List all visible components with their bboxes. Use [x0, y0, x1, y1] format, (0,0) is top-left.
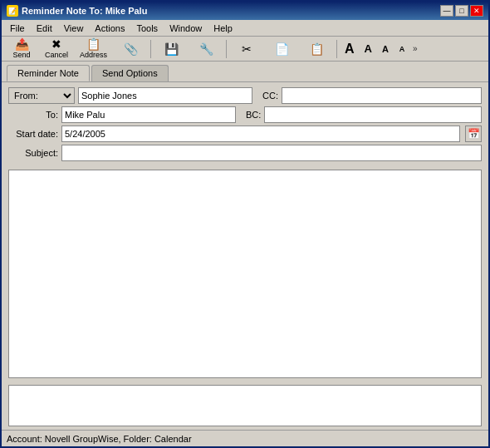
close-button[interactable]: ✕	[470, 5, 483, 17]
calendar-button[interactable]: 📅	[465, 126, 482, 142]
menu-edit[interactable]: Edit	[32, 22, 57, 34]
send-button[interactable]: 📤 Send	[5, 36, 38, 62]
address-button[interactable]: 📋 Address	[75, 36, 112, 62]
from-field[interactable]	[78, 87, 252, 104]
bc-field[interactable]	[264, 106, 482, 123]
date-field[interactable]	[61, 126, 460, 142]
from-select[interactable]: From:	[8, 87, 75, 104]
toolbar-more[interactable]: »	[413, 44, 418, 53]
cut-button[interactable]: ✂	[230, 41, 263, 57]
menu-view[interactable]: View	[59, 22, 89, 34]
window-icon: 📝	[7, 5, 18, 17]
bc-label: BC:	[246, 110, 261, 120]
message-body[interactable]	[8, 170, 482, 378]
cancel-icon: ✖	[51, 38, 61, 50]
send-label: Send	[12, 51, 30, 59]
to-row: To: BC:	[8, 106, 482, 123]
title-bar: 📝 Reminder Note To: Mike Palu — □ ✕	[2, 2, 488, 20]
main-window: 📝 Reminder Note To: Mike Palu — □ ✕ File…	[0, 0, 490, 448]
tabs: Reminder Note Send Options	[2, 62, 488, 81]
toolbar-separator-3	[336, 40, 337, 58]
window-title: Reminder Note To: Mike Palu	[22, 6, 147, 16]
tab-reminder-note[interactable]: Reminder Note	[7, 65, 90, 81]
cc-label: CC:	[262, 91, 278, 101]
menu-help[interactable]: Help	[208, 22, 238, 34]
cut-icon: ✂	[242, 43, 252, 55]
status-text: Account: Novell GroupWise, Folder: Calen…	[7, 434, 192, 444]
title-buttons: — □ ✕	[440, 5, 483, 17]
cancel-button[interactable]: ✖ Cancel	[40, 36, 73, 62]
menu-window[interactable]: Window	[164, 22, 207, 34]
cancel-label: Cancel	[45, 51, 68, 59]
cc-field[interactable]	[282, 87, 482, 104]
options-button[interactable]: 🔧	[189, 41, 223, 57]
subject-row: Subject:	[8, 145, 482, 161]
toolbar: 📤 Send ✖ Cancel 📋 Address 📎 💾 🔧 ✂ 📄 📋	[2, 37, 488, 62]
save-button[interactable]: 💾	[154, 41, 188, 57]
menu-bar: File Edit View Actions Tools Window Help	[2, 20, 488, 37]
status-bar: Account: Novell GroupWise, Folder: Calen…	[2, 430, 488, 446]
date-label: Start date:	[8, 129, 58, 139]
font-size-small[interactable]: A	[378, 42, 393, 57]
toolbar-separator-2	[226, 40, 227, 58]
copy-button[interactable]: 📄	[265, 41, 298, 57]
to-field[interactable]	[61, 106, 236, 123]
send-icon: 📤	[15, 38, 29, 50]
tab-send-options[interactable]: Send Options	[91, 65, 169, 81]
attach-button[interactable]: 📎	[114, 41, 147, 57]
menu-actions[interactable]: Actions	[90, 22, 130, 34]
save-icon: 💾	[164, 43, 179, 55]
toolbar-separator-1	[150, 40, 151, 58]
subject-label: Subject:	[8, 148, 58, 158]
font-size-xsmall[interactable]: A	[394, 42, 409, 56]
content-area: From: CC: To: BC: Start date: 📅	[2, 81, 488, 430]
maximize-button[interactable]: □	[455, 5, 468, 17]
form-area: From: CC: To: BC: Start date: 📅	[2, 82, 488, 166]
address-label: Address	[80, 51, 107, 59]
font-size-medium[interactable]: A	[360, 40, 376, 57]
copy-icon: 📄	[275, 43, 289, 55]
paste-icon: 📋	[310, 43, 324, 55]
options-icon: 🔧	[199, 43, 213, 55]
preview-area	[8, 385, 482, 426]
menu-file[interactable]: File	[5, 22, 30, 34]
date-row: Start date: 📅	[8, 126, 482, 142]
menu-tools[interactable]: Tools	[131, 22, 163, 34]
subject-field[interactable]	[61, 145, 482, 161]
address-icon: 📋	[86, 38, 100, 50]
from-row: From: CC:	[8, 87, 482, 104]
minimize-button[interactable]: —	[440, 5, 453, 17]
paste-button[interactable]: 📋	[300, 41, 333, 57]
title-bar-left: 📝 Reminder Note To: Mike Palu	[7, 5, 147, 17]
font-size-large[interactable]: A	[341, 39, 359, 59]
to-label: To:	[8, 110, 58, 120]
attach-icon: 📎	[124, 43, 138, 55]
